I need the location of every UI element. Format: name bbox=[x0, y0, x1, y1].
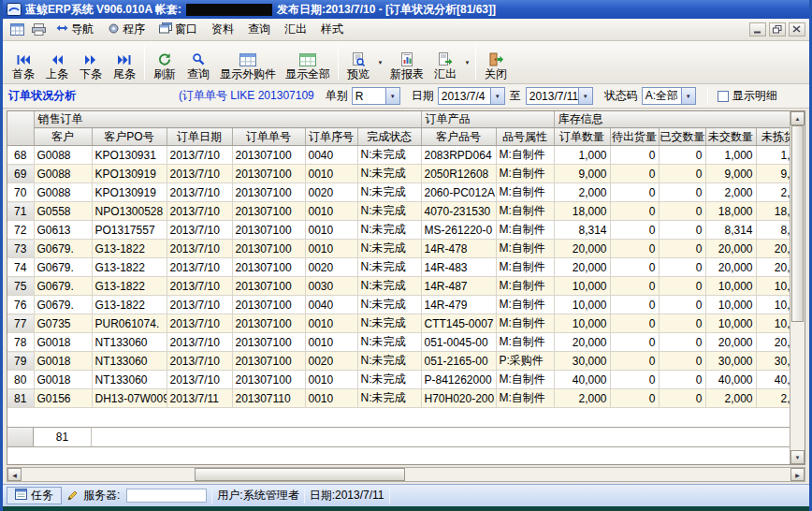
cell[interactable]: 201307100 bbox=[232, 352, 305, 371]
show-all-button[interactable]: 显示全部 bbox=[281, 44, 335, 81]
cell[interactable]: M:自制件 bbox=[496, 296, 554, 314]
row-number[interactable]: 77 bbox=[7, 314, 34, 333]
cell[interactable]: 2013/7/10 bbox=[167, 314, 232, 333]
table-row[interactable]: 70G0088KPO1309192013/7/102013071000020N:… bbox=[7, 183, 790, 202]
cell[interactable]: G0018 bbox=[34, 352, 92, 371]
column-header[interactable]: 已交数量 bbox=[659, 128, 705, 146]
cell[interactable]: 10,000 bbox=[756, 314, 790, 333]
cell[interactable]: G0018 bbox=[34, 333, 92, 352]
cell[interactable]: N:未完成 bbox=[357, 183, 421, 202]
cell[interactable]: 0 bbox=[610, 183, 659, 202]
row-number[interactable]: 81 bbox=[7, 389, 34, 408]
cell[interactable]: 0 bbox=[610, 277, 659, 296]
scroll-right-button[interactable]: ▶ bbox=[790, 468, 805, 481]
row-number[interactable]: 72 bbox=[7, 221, 34, 240]
close-icon[interactable] bbox=[789, 22, 805, 36]
chevron-down-icon[interactable]: ▼ bbox=[681, 88, 695, 104]
preview-dropdown-button[interactable]: ▼ bbox=[375, 44, 385, 81]
cell[interactable]: 1,000 bbox=[554, 146, 610, 165]
cell[interactable]: 0 bbox=[659, 333, 705, 352]
cell[interactable]: 0 bbox=[610, 258, 659, 277]
next-record-button[interactable]: 下条 bbox=[74, 44, 108, 81]
doc-type-select[interactable]: R ▼ bbox=[352, 87, 400, 105]
menu-program[interactable]: 程序 bbox=[101, 21, 152, 39]
cell[interactable]: 201307100 bbox=[232, 371, 305, 389]
cell[interactable]: 051-2165-00 bbox=[421, 352, 496, 371]
cell[interactable]: 18,000 bbox=[756, 202, 790, 221]
column-header[interactable]: 订单日期 bbox=[167, 128, 232, 146]
cell[interactable]: M:自制件 bbox=[496, 221, 554, 240]
table-row[interactable]: 77G0735PUR061074.2013/7/102013071000010N… bbox=[7, 314, 790, 333]
cell[interactable]: 2013/7/10 bbox=[167, 296, 232, 314]
cell[interactable]: G0735 bbox=[34, 314, 92, 333]
cell[interactable]: 2013/7/10 bbox=[167, 240, 232, 258]
cell[interactable]: 0 bbox=[659, 371, 705, 389]
cell[interactable]: CTT145-0007 bbox=[421, 314, 496, 333]
cell[interactable]: 0010 bbox=[305, 389, 357, 408]
cell[interactable]: G0679. bbox=[34, 258, 92, 277]
cell[interactable]: 1,000 bbox=[705, 146, 756, 165]
preview-button[interactable]: 预览 bbox=[341, 44, 375, 81]
cell[interactable]: 0 bbox=[610, 240, 659, 258]
table-row[interactable]: 71G0558NPO13005282013/7/102013071000010N… bbox=[7, 202, 790, 221]
column-header[interactable]: 品号属性 bbox=[496, 128, 554, 146]
cell[interactable]: 201307100 bbox=[232, 296, 305, 314]
cell[interactable]: 1,000 bbox=[756, 146, 790, 165]
cell[interactable]: 14R-479 bbox=[421, 296, 496, 314]
cell[interactable]: 0 bbox=[659, 258, 705, 277]
horizontal-scroll-track[interactable] bbox=[22, 468, 790, 481]
scroll-down-button[interactable]: ▼ bbox=[790, 450, 805, 464]
table-row[interactable]: 73G0679.G13-18222013/7/102013071000010N:… bbox=[7, 240, 790, 258]
cell[interactable]: 0 bbox=[659, 296, 705, 314]
cell[interactable]: N:未完成 bbox=[357, 371, 421, 389]
column-header[interactable]: 订单单号 bbox=[232, 128, 305, 146]
table-row[interactable]: 68G0088KPO1309312013/7/102013071000040N:… bbox=[7, 146, 790, 165]
cell[interactable]: N:未完成 bbox=[357, 352, 421, 371]
cell[interactable]: 20,000 bbox=[554, 240, 610, 258]
row-number[interactable]: 76 bbox=[7, 296, 34, 314]
cell[interactable]: M:自制件 bbox=[496, 202, 554, 221]
cell[interactable]: 14R-487 bbox=[421, 277, 496, 296]
vertical-scroll-track[interactable] bbox=[790, 125, 805, 450]
menu-query[interactable]: 查询 bbox=[241, 21, 277, 39]
prev-record-button[interactable]: 上条 bbox=[40, 44, 74, 81]
cell[interactable]: 40,000 bbox=[756, 371, 790, 389]
cell[interactable]: 20,000 bbox=[554, 258, 610, 277]
cell[interactable]: 2013/7/10 bbox=[167, 371, 232, 389]
cell[interactable]: 0040 bbox=[305, 296, 357, 314]
cell[interactable]: N:未完成 bbox=[357, 165, 421, 183]
table-row[interactable]: 80G0018NT1330602013/7/102013071000010N:未… bbox=[7, 371, 790, 389]
table-row[interactable]: 79G0018NT1330602013/7/102013071000020N:未… bbox=[7, 352, 790, 371]
cell[interactable]: NPO1300528 bbox=[92, 202, 167, 221]
cell[interactable]: 0010 bbox=[305, 240, 357, 258]
cell[interactable]: 0030 bbox=[305, 277, 357, 296]
cell[interactable]: 0 bbox=[610, 146, 659, 165]
cell[interactable]: 201307100 bbox=[232, 146, 305, 165]
column-header[interactable]: 订单序号 bbox=[305, 128, 357, 146]
cell[interactable]: 18,000 bbox=[554, 202, 610, 221]
cell[interactable]: 9,000 bbox=[705, 165, 756, 183]
cell[interactable]: G0558 bbox=[34, 202, 92, 221]
cell[interactable]: 10,000 bbox=[756, 296, 790, 314]
cell[interactable]: 0010 bbox=[305, 221, 357, 240]
cell[interactable]: 2,000 bbox=[756, 183, 790, 202]
cell[interactable]: 0 bbox=[610, 165, 659, 183]
task-button[interactable]: 任务 bbox=[7, 487, 62, 504]
menu-style[interactable]: 样式 bbox=[314, 21, 350, 39]
cell[interactable]: 201307100 bbox=[232, 333, 305, 352]
cell[interactable]: 8,314 bbox=[756, 221, 790, 240]
chevron-down-icon[interactable]: ▼ bbox=[490, 88, 504, 104]
menu-window[interactable]: 窗口 bbox=[152, 21, 204, 39]
cell[interactable]: 2,000 bbox=[756, 389, 790, 408]
cell[interactable]: 0 bbox=[610, 371, 659, 389]
cell[interactable]: NT133060 bbox=[92, 333, 167, 352]
cell[interactable]: M:自制件 bbox=[496, 333, 554, 352]
cell[interactable]: M:自制件 bbox=[496, 258, 554, 277]
show-purchased-button[interactable]: 显示外购件 bbox=[215, 44, 281, 81]
cell[interactable]: 0 bbox=[659, 314, 705, 333]
show-detail-checkbox[interactable] bbox=[718, 91, 729, 102]
cell[interactable]: 10,000 bbox=[705, 277, 756, 296]
date-to-select[interactable]: 2013/7/11 ▼ bbox=[526, 87, 593, 105]
cell[interactable]: 2060-PC012A bbox=[421, 183, 496, 202]
cell[interactable]: G0679. bbox=[34, 277, 92, 296]
